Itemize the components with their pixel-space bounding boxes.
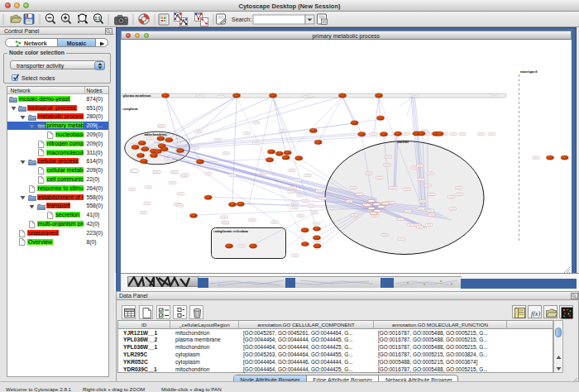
svg-text:endoplasmic reticulum: endoplasmic reticulum bbox=[213, 229, 248, 233]
svg-text:mitochondrion: mitochondrion bbox=[144, 132, 167, 136]
svg-text:Search:: Search: bbox=[232, 17, 251, 22]
svg-text:unassigned: unassigned bbox=[520, 69, 538, 74]
svg-text:1:1: 1:1 bbox=[94, 16, 100, 21]
svg-text:cytoplasm: cytoplasm bbox=[122, 107, 138, 111]
svg-text:plasma membrane: plasma membrane bbox=[123, 93, 151, 98]
svg-text:f(x): f(x) bbox=[531, 310, 540, 318]
svg-text:nucleus: nucleus bbox=[397, 140, 409, 144]
